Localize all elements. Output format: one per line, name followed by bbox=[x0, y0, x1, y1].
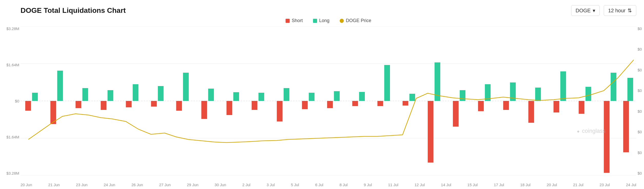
bar-long bbox=[208, 89, 214, 101]
controls: DOGE ▾ 12 hour ⇅ bbox=[571, 5, 636, 16]
bar-short bbox=[101, 101, 106, 110]
bar-long bbox=[627, 78, 633, 101]
timeframe-label: 12 hour bbox=[608, 8, 626, 14]
watermark: ⬥ coinglass bbox=[577, 128, 606, 134]
bar-long bbox=[359, 92, 365, 101]
chart-area: $3.28M $1.64M $0 $1.64M $3.28M bbox=[21, 26, 636, 175]
bar-long bbox=[233, 92, 239, 101]
legend-long: Long bbox=[313, 18, 329, 23]
bar-short bbox=[478, 101, 484, 111]
bar-short bbox=[327, 101, 333, 108]
short-label: Short bbox=[292, 18, 303, 23]
bar-short bbox=[604, 101, 609, 173]
bar-short bbox=[151, 101, 157, 107]
bar-long bbox=[460, 90, 465, 101]
timeframe-selector[interactable]: 12 hour ⇅ bbox=[604, 5, 636, 16]
bar-short bbox=[277, 101, 282, 121]
main-svg bbox=[21, 26, 636, 175]
chart-title: DOGE Total Liquidations Chart bbox=[21, 6, 126, 15]
bar-short bbox=[227, 101, 232, 115]
y-axis-left: $3.28M $1.64M $0 $1.64M $3.28M bbox=[1, 26, 19, 175]
header-row: DOGE Total Liquidations Chart DOGE ▾ 12 … bbox=[21, 5, 636, 16]
bar-short bbox=[302, 101, 308, 109]
bar-long bbox=[535, 88, 541, 101]
short-color bbox=[286, 19, 290, 23]
bar-long bbox=[284, 88, 289, 101]
bar-long bbox=[158, 86, 163, 101]
bar-long bbox=[108, 90, 113, 101]
bar-long bbox=[133, 84, 138, 101]
legend: Short Long DOGE Price bbox=[21, 18, 636, 23]
x-axis: 20 Jun 21 Jun 23 Jun 24 Jun 26 Jun 27 Ju… bbox=[21, 183, 636, 187]
bar-short bbox=[126, 101, 132, 107]
bar-short bbox=[377, 101, 383, 106]
long-color bbox=[313, 19, 317, 23]
bar-short bbox=[201, 101, 207, 119]
bar-long bbox=[586, 87, 591, 101]
bar-long bbox=[334, 91, 339, 101]
bar-long bbox=[82, 88, 88, 101]
chart-container: DOGE Total Liquidations Chart DOGE ▾ 12 … bbox=[0, 0, 644, 189]
bar-long bbox=[57, 71, 63, 101]
long-label: Long bbox=[319, 18, 329, 23]
bar-long bbox=[32, 93, 38, 101]
bar-short bbox=[623, 101, 629, 152]
asset-selector[interactable]: DOGE ▾ bbox=[571, 5, 600, 16]
legend-price: DOGE Price bbox=[340, 18, 371, 23]
bar-long bbox=[560, 71, 566, 101]
bar-short bbox=[176, 101, 182, 111]
bar-long bbox=[611, 73, 616, 101]
y-axis-right: $0 $0 $0 $0 $0 $0 $0 $0 bbox=[638, 26, 644, 175]
bar-long bbox=[183, 73, 189, 101]
bar-short bbox=[252, 101, 257, 110]
chevron-down-icon: ▾ bbox=[593, 7, 595, 14]
bar-short bbox=[553, 101, 559, 112]
asset-label: DOGE bbox=[575, 8, 591, 14]
bar-short bbox=[579, 101, 584, 114]
watermark-icon: ⬥ bbox=[577, 128, 580, 134]
watermark-text: coinglass bbox=[582, 128, 606, 134]
bar-long bbox=[409, 94, 415, 101]
bar-long bbox=[309, 93, 314, 101]
bar-short bbox=[403, 101, 408, 106]
bar-short bbox=[503, 101, 509, 110]
price-label: DOGE Price bbox=[346, 18, 371, 23]
bar-short bbox=[428, 101, 433, 163]
price-color bbox=[340, 19, 344, 23]
bar-short bbox=[453, 101, 458, 127]
bar-long bbox=[258, 93, 264, 101]
updown-icon: ⇅ bbox=[628, 7, 632, 14]
bar-short bbox=[528, 101, 534, 123]
legend-short: Short bbox=[286, 18, 303, 23]
bar-short bbox=[25, 101, 31, 111]
bar-long bbox=[384, 65, 390, 101]
bar-short bbox=[75, 101, 81, 108]
bar-short bbox=[352, 101, 358, 106]
